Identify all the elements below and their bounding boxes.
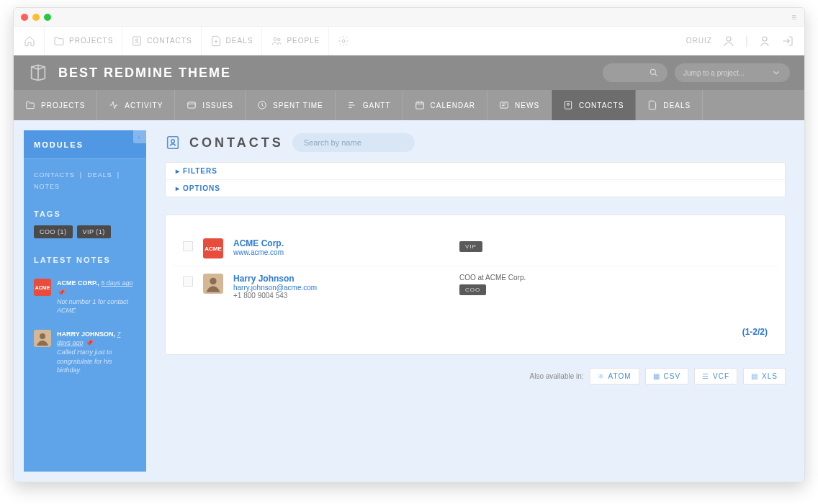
contact-sub[interactable]: www.acme.com	[233, 248, 449, 256]
sidebar-link-notes[interactable]: NOTES	[34, 183, 60, 190]
tab-label: DEALS	[663, 102, 691, 109]
svg-point-1	[136, 39, 138, 41]
chevron-down-icon	[771, 68, 781, 78]
tab-label: NEWS	[515, 102, 539, 109]
logout-icon[interactable]	[781, 35, 794, 48]
svg-point-17	[210, 278, 216, 284]
nav-home[interactable]	[24, 27, 44, 55]
nav-deals[interactable]: DEALS	[201, 27, 262, 55]
window-close-icon[interactable]	[21, 14, 28, 21]
sidebar-latest-notes-label: LATEST NOTES	[24, 248, 146, 271]
tab-spent-time[interactable]: SPENT TIME	[246, 90, 336, 120]
top-nav: PROJECTS CONTACTS DEALS PEOPLE ORUIZ |	[14, 27, 804, 55]
contact-row: ACMEACME Corp.www.acme.comVIP	[173, 231, 778, 266]
tab-icon	[186, 100, 197, 110]
note-author: HARRY JOHNSON,	[57, 330, 115, 338]
deals-icon	[210, 35, 222, 47]
tab-icon	[499, 100, 509, 110]
tab-projects[interactable]: PROJECTS	[14, 90, 97, 120]
tab-calendar[interactable]: CALENDAR	[403, 90, 487, 120]
sidebar-note[interactable]: HARRY JOHNSON, 7 days ago 📌Called Harry …	[24, 323, 146, 382]
user-icon[interactable]	[722, 35, 735, 48]
main-panel: CONTACTS Search by name ▸ FILTERS ▸ OPTI…	[146, 120, 804, 482]
contact-name[interactable]: ACME Corp.	[233, 238, 449, 248]
contacts-icon	[131, 35, 143, 47]
note-time: 5 days ago	[101, 279, 132, 287]
avatar: ACME	[34, 279, 51, 296]
avatar	[203, 274, 223, 294]
svg-rect-8	[188, 102, 196, 108]
note-author: ACME CORP.,	[57, 279, 99, 287]
sidebar-link-deals[interactable]: DEALS	[87, 171, 112, 179]
tab-contacts[interactable]: CONTACTS	[552, 90, 636, 120]
note-text: Called Harry just to congratulate for hi…	[57, 348, 112, 374]
tab-label: ISSUES	[202, 102, 233, 109]
nav-settings[interactable]	[328, 27, 358, 55]
tag-vip[interactable]: VIP (1)	[77, 225, 111, 238]
window-minimize-icon[interactable]	[32, 14, 40, 21]
sidebar-note[interactable]: ACMEACME CORP., 5 days ago 📌Not number 1…	[24, 271, 146, 322]
export-csv-button[interactable]: ▦CSV	[645, 368, 689, 384]
export-label: VCF	[713, 372, 729, 380]
nav-projects[interactable]: PROJECTS	[44, 27, 122, 55]
tab-deals[interactable]: DEALS	[636, 90, 703, 120]
nav-contacts-label: CONTACTS	[147, 37, 192, 45]
svg-point-6	[763, 37, 767, 41]
project-tabs: PROJECTSACTIVITYISSUESSPENT TIMEGANTTCAL…	[14, 90, 804, 120]
tab-label: ACTIVITY	[125, 102, 163, 109]
export-atom-button[interactable]: ⚛ATOM	[590, 368, 639, 384]
nav-contacts[interactable]: CONTACTS	[122, 27, 200, 55]
page-title: CONTACTS	[189, 135, 284, 150]
caret-right-icon: ▸	[176, 167, 180, 175]
project-banner: BEST REDMINE THEME Jump to a project...	[14, 55, 804, 90]
sidebar-tags-label: TAGS	[24, 202, 146, 225]
svg-point-16	[171, 140, 175, 143]
banner-search[interactable]	[603, 63, 668, 82]
row-checkbox[interactable]	[183, 241, 193, 251]
sidebar-collapse-button[interactable]: ‹	[133, 130, 146, 143]
tag-coo[interactable]: COO (1)	[34, 225, 73, 238]
app-window: ≡ PROJECTS CONTACTS DEALS PEOPLE ORUIZ |	[13, 7, 805, 482]
tab-activity[interactable]: ACTIVITY	[97, 90, 175, 120]
contacts-search-input[interactable]: Search by name	[292, 133, 415, 152]
export-xls-button[interactable]: ▤XLS	[743, 368, 786, 384]
filters-toggle[interactable]: ▸ FILTERS	[166, 163, 785, 179]
folder-icon	[53, 35, 65, 47]
gear-icon	[338, 35, 349, 47]
contact-name[interactable]: Harry Johnson	[233, 274, 449, 284]
current-user-label: ORUIZ	[686, 37, 712, 45]
sidebar-tags: COO (1)VIP (1)	[24, 225, 146, 248]
account-icon[interactable]	[758, 35, 771, 48]
nav-people[interactable]: PEOPLE	[261, 27, 328, 55]
avatar: ACME	[203, 238, 223, 258]
row-checkbox[interactable]	[183, 276, 193, 287]
project-jump-select[interactable]: Jump to a project...	[675, 63, 790, 82]
tab-issues[interactable]: ISSUES	[175, 90, 246, 120]
tab-news[interactable]: NEWS	[487, 90, 552, 120]
people-icon	[271, 35, 282, 47]
filters-panel: ▸ FILTERS ▸ OPTIONS	[165, 162, 786, 197]
tab-icon	[647, 100, 657, 110]
svg-point-2	[274, 37, 277, 40]
svg-point-5	[727, 37, 731, 41]
export-label: XLS	[762, 372, 778, 380]
tab-label: CONTACTS	[579, 102, 624, 109]
page-header: CONTACTS Search by name	[165, 133, 786, 152]
sidebar-module-links: CONTACTS | DEALS |NOTES	[24, 159, 146, 202]
svg-point-3	[278, 38, 280, 40]
contact-sub[interactable]: harry.johnson@acme.com	[233, 284, 449, 292]
svg-point-7	[650, 69, 655, 74]
export-bar: Also available in: ⚛ATOM▦CSV☰VCF▤XLS	[165, 368, 786, 384]
tab-gantt[interactable]: GANTT	[336, 90, 403, 120]
export-vcf-button[interactable]: ☰VCF	[694, 368, 737, 384]
options-toggle[interactable]: ▸ OPTIONS	[166, 179, 785, 197]
tab-label: SPENT TIME	[273, 102, 323, 109]
hamburger-icon[interactable]: ≡	[791, 12, 797, 22]
window-maximize-icon[interactable]	[44, 14, 51, 21]
svg-point-4	[342, 40, 345, 42]
export-also-label: Also available in:	[530, 372, 584, 380]
sidebar-link-contacts[interactable]: CONTACTS	[34, 171, 75, 179]
nav-deals-label: DEALS	[226, 37, 253, 45]
export-label: CSV	[664, 372, 681, 380]
note-text: Not number 1 for contact ACME	[57, 298, 128, 315]
